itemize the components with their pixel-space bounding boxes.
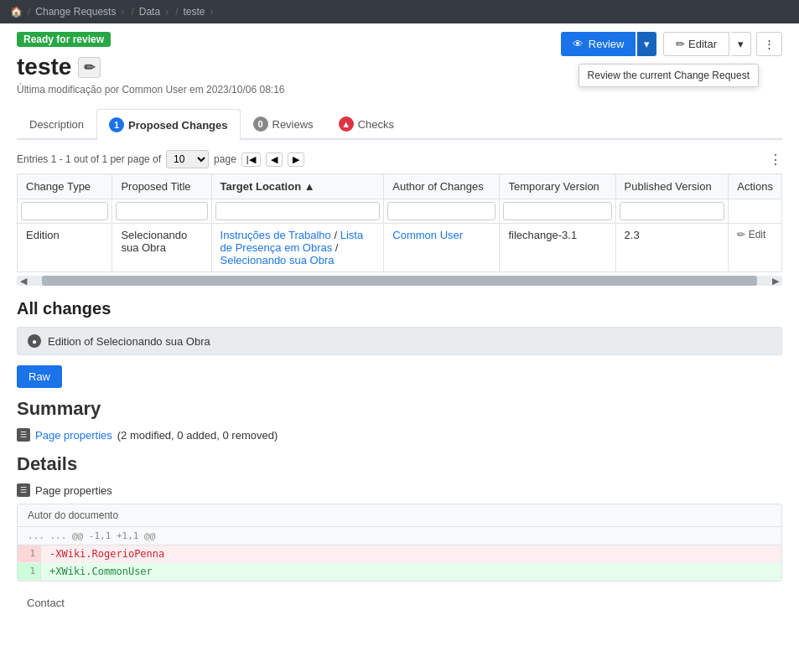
edit-pencil-icon[interactable]: ✏ <box>78 57 101 78</box>
diff-box: Autor do documento ... ... @@ -1,1 +1,1 … <box>17 504 782 582</box>
page-properties-summary-row: ☰ Page properties (2 modified, 0 added, … <box>17 428 782 442</box>
page-first-button[interactable]: |◀ <box>241 152 261 167</box>
horizontal-scrollbar[interactable]: ◀ ▶ <box>17 276 782 286</box>
filter-author[interactable] <box>387 202 495 220</box>
raw-button[interactable]: Raw <box>17 365 62 388</box>
table-more-button[interactable]: ⋮ <box>769 152 782 168</box>
tab-proposed-changes[interactable]: 1 Proposed Changes <box>96 109 240 140</box>
tab-proposed-changes-badge: 1 <box>109 117 124 132</box>
page-subtitle: Última modificação por Common User em 20… <box>17 84 561 96</box>
home-icon[interactable]: 🏠 <box>10 6 23 18</box>
col-change-type: Change Type <box>18 174 112 199</box>
col-author: Author of Changes <box>384 174 500 199</box>
status-badge: Ready for review <box>17 32 111 47</box>
summary-title: Summary <box>17 398 782 420</box>
col-actions: Actions <box>729 174 782 199</box>
action-buttons-area: 👁 Review ▾ ✏ Editar ▾ ⋮ Review the curre… <box>561 32 782 56</box>
tab-reviews-badge: 0 <box>253 116 268 132</box>
diff-content-added: +XWiki.CommonUser <box>41 563 781 580</box>
details-title: Details <box>17 453 782 475</box>
tab-checks[interactable]: ▲ Checks <box>326 109 407 138</box>
eye-icon: 👁 <box>573 38 584 50</box>
filter-pub-version[interactable] <box>620 202 725 220</box>
filter-proposed-title[interactable] <box>116 202 207 220</box>
editar-caret-button[interactable]: ▾ <box>731 32 751 56</box>
diff-lineno-added: 1 <box>18 563 41 580</box>
page-next-button[interactable]: ▶ <box>288 152 304 167</box>
cell-pub-version: 2.3 <box>615 224 729 272</box>
col-proposed-title: Proposed Title <box>112 174 211 199</box>
tab-reviews[interactable]: 0 Reviews <box>241 109 326 138</box>
page-title: teste <box>17 54 71 80</box>
per-page-select[interactable]: 10 25 50 100 <box>166 150 209 168</box>
contact-label: Contact <box>17 592 782 614</box>
topbar-sep-2: / <box>175 6 178 18</box>
cell-author: Common User <box>384 224 500 272</box>
diff-content-removed: -XWiki.RogerioPenna <box>41 545 781 562</box>
diff-line-added: 1 +XWiki.CommonUser <box>18 563 781 581</box>
page-props-details-icon: ☰ <box>17 483 30 497</box>
proposed-changes-table: Change Type Proposed Title Target Locati… <box>17 173 782 272</box>
entries-label: Entries 1 - 1 out of 1 per page of <box>17 153 161 165</box>
review-tooltip: Review the current Change Request <box>578 64 759 87</box>
target-link-1[interactable]: Instruções de Trabalho <box>221 229 331 241</box>
col-target-location: Target Location ▲ <box>211 174 384 199</box>
cell-change-type: Edition <box>18 224 112 272</box>
table-row: Edition Selecionando sua Obra Instruções… <box>18 224 782 272</box>
tabs-bar: Description 1 Proposed Changes 0 Reviews… <box>17 109 782 140</box>
page-properties-header: ☰ Page properties <box>17 483 782 497</box>
edition-collapse-header[interactable]: ● Edition of Selecionando sua Obra <box>17 327 782 355</box>
scroll-thumb[interactable] <box>42 276 757 286</box>
collapse-icon: ● <box>28 334 41 348</box>
topbar-sep-0: / <box>28 6 30 18</box>
cell-actions: ✏ Edit <box>729 224 782 272</box>
tab-checks-label: Checks <box>358 118 394 131</box>
breadcrumb-change-requests[interactable]: Change Requests <box>35 6 116 18</box>
col-temp-version: Temporary Version <box>500 174 615 199</box>
target-link-3[interactable]: Selecionando sua Obra <box>221 254 335 266</box>
diff-box-title: Autor do documento <box>18 504 781 527</box>
tab-checks-badge: ▲ <box>339 116 354 132</box>
cell-target-location: Instruções de Trabalho / Lista de Presen… <box>211 224 384 272</box>
author-link[interactable]: Common User <box>392 229 463 241</box>
topbar-caret-0: › <box>121 6 124 18</box>
edition-header-label: Edition of Selecionando sua Obra <box>48 335 210 348</box>
all-changes-title: All changes <box>17 299 782 318</box>
tab-description-label: Description <box>29 118 84 131</box>
filter-temp-version[interactable] <box>503 202 611 220</box>
review-caret-button[interactable]: ▾ <box>637 32 656 56</box>
more-options-button[interactable]: ⋮ <box>756 32 782 56</box>
scroll-right-arrow[interactable]: ▶ <box>769 276 782 287</box>
breadcrumb-data[interactable]: Data <box>139 6 160 18</box>
page-props-details-label: Page properties <box>35 484 112 497</box>
page-props-icon: ☰ <box>17 428 30 442</box>
topbar-sep-1: / <box>131 6 133 18</box>
filter-target-location[interactable] <box>215 202 381 220</box>
cell-temp-version: filechange-3.1 <box>500 224 615 272</box>
topbar: 🏠 / Change Requests › / Data › / teste › <box>0 0 799 23</box>
table-controls-left: Entries 1 - 1 out of 1 per page of 10 25… <box>17 150 304 168</box>
col-pub-version: Published Version <box>615 174 729 199</box>
page-label: page <box>214 153 236 165</box>
editar-button[interactable]: ✏ Editar <box>663 32 729 56</box>
tab-proposed-changes-label: Proposed Changes <box>128 119 227 132</box>
table-filter-row <box>18 199 782 224</box>
scroll-left-arrow[interactable]: ◀ <box>17 276 30 287</box>
cell-proposed-title: Selecionando sua Obra <box>112 224 211 272</box>
breadcrumb-teste[interactable]: teste <box>183 6 205 18</box>
page-prev-button[interactable]: ◀ <box>266 152 283 167</box>
review-button[interactable]: 👁 Review <box>561 32 636 56</box>
filter-change-type[interactable] <box>21 202 108 220</box>
diff-lineno-removed: 1 <box>18 545 41 562</box>
tab-description[interactable]: Description <box>17 109 96 138</box>
diff-line-removed: 1 -XWiki.RogerioPenna <box>18 545 781 563</box>
diff-meta: ... ... @@ -1,1 +1,1 @@ <box>18 527 781 545</box>
page-props-link[interactable]: Page properties <box>35 429 112 442</box>
row-edit-button[interactable]: ✏ Edit <box>737 229 765 240</box>
table-scroll-area: Change Type Proposed Title Target Locati… <box>17 173 782 272</box>
table-controls: Entries 1 - 1 out of 1 per page of 10 25… <box>17 150 782 168</box>
page-props-detail: (2 modified, 0 added, 0 removed) <box>117 429 278 442</box>
tab-reviews-label: Reviews <box>272 118 314 131</box>
topbar-caret-2: › <box>210 6 213 18</box>
topbar-caret-1: › <box>165 6 169 18</box>
